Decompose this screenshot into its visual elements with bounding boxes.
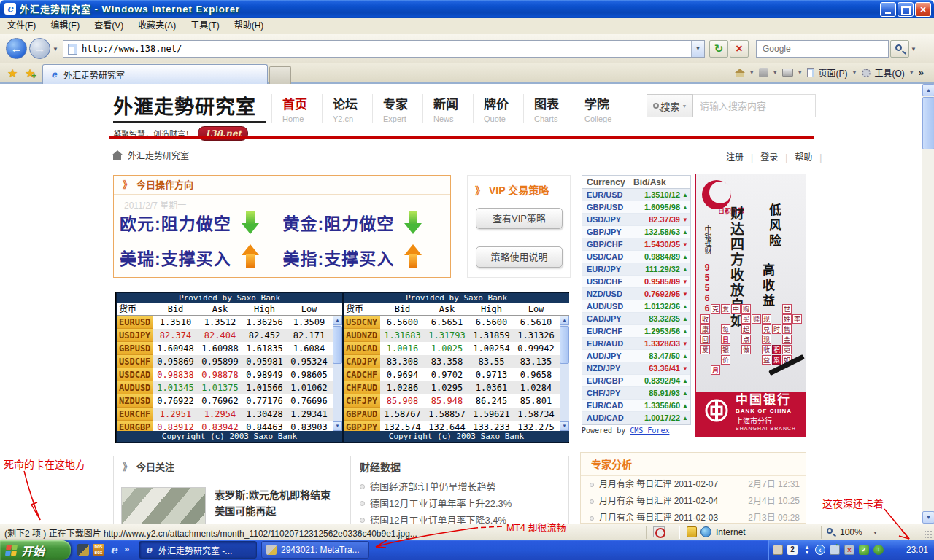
site-search-button[interactable]: 搜索 ▼ — [647, 94, 693, 117]
input-method-icon[interactable]: 2 — [787, 545, 798, 555]
scroll-down-icon[interactable]: ▼ — [922, 511, 934, 524]
quicklaunch-ie-icon[interactable]: e — [108, 544, 120, 556]
cms-forex-link[interactable]: CMS Forex — [630, 427, 669, 435]
saxo-scrollbar[interactable]: ▲ ▼ — [560, 316, 569, 431]
quicklaunch-chevron-icon[interactable]: » — [124, 543, 129, 554]
start-button[interactable]: 开始 — [0, 540, 71, 560]
maximize-button[interactable] — [898, 2, 914, 17]
new-tab-stub[interactable] — [269, 66, 291, 84]
arrow-marker-icon: 》 — [475, 184, 485, 196]
site-logo[interactable]: 外滙走勢研究室 凝聚智慧，创造财富！ 138.net — [113, 91, 266, 141]
search-go-button[interactable] — [890, 40, 909, 58]
keyboard-layout-icon[interactable] — [773, 545, 783, 555]
taskbar-clock[interactable]: 23:01 — [906, 540, 928, 560]
site-nav-item[interactable]: 牌价 Quote — [473, 94, 523, 123]
history-dropdown-icon[interactable]: ▼ — [53, 46, 58, 52]
site-nav-item[interactable]: 论坛 Y2.cn — [322, 94, 372, 123]
feeds-dropdown-icon[interactable]: ▼ — [773, 70, 778, 75]
taskbar-task-button[interactable]: 外汇走势研究室 -... — [139, 541, 257, 559]
favorites-star-icon[interactable]: ★ — [7, 66, 18, 80]
ad-grid-cell: 率 — [792, 314, 802, 324]
overflow-chevron-icon[interactable]: » — [919, 67, 924, 78]
site-nav-item[interactable]: 首页 Home — [271, 94, 322, 123]
gear-icon[interactable] — [862, 69, 871, 77]
home-dropdown-icon[interactable]: ▼ — [749, 70, 754, 75]
site-nav-item[interactable]: 图表 Charts — [523, 94, 574, 123]
bank-of-china-ad[interactable]: 日积月累 财达四方收放自如 低风险 高收益 中银理财 95566 克爱中购买起点… — [695, 174, 806, 438]
menu-item[interactable]: 收藏夹(A) — [131, 18, 183, 34]
site-search-input[interactable] — [693, 94, 816, 117]
tools-dropdown-icon[interactable]: ▼ — [909, 70, 914, 75]
expert-analysis-item[interactable]: 月月有余 每日汇评 2011-02-03 2月3日 09:28 — [581, 510, 806, 524]
focus-panel-header: 》今日关注 — [114, 456, 339, 478]
print-dropdown-icon[interactable]: ▼ — [798, 70, 803, 75]
saxo-low: 1.3509 — [287, 316, 331, 329]
trend-arrow-icon — [680, 415, 690, 421]
view-vip-strategy-button[interactable]: 查看VIP策略 — [476, 208, 563, 229]
taskbar-task-button[interactable]: 2943021: MetaTra... — [261, 541, 369, 559]
quote-row: USD/JPY 82.37/39 — [582, 214, 690, 226]
menu-item[interactable]: 编辑(E) — [43, 18, 87, 34]
minimize-button[interactable] — [880, 2, 896, 17]
zoom-dropdown-icon[interactable]: ▼ — [873, 530, 878, 535]
site-nav-item[interactable]: 新闻 News — [422, 94, 473, 123]
google-search-input[interactable] — [757, 41, 888, 57]
site-nav-item[interactable]: 学院 College — [574, 94, 624, 123]
feeds-icon[interactable] — [759, 68, 768, 77]
menu-item[interactable]: 工具(T) — [183, 18, 226, 34]
scroll-down-icon[interactable]: ▼ — [560, 421, 569, 431]
search-options-dropdown-icon[interactable]: ▼ — [911, 46, 916, 52]
page-dropdown-icon[interactable]: ▼ — [852, 70, 857, 75]
financial-data-item[interactable]: 德国经济部:订单仍呈增长趋势 — [351, 478, 568, 495]
menu-item[interactable]: 帮助(H) — [227, 18, 271, 34]
scroll-thumb[interactable] — [922, 97, 934, 149]
zoom-level[interactable]: 100% — [840, 527, 862, 537]
scroll-thumb[interactable] — [333, 326, 342, 364]
user-link[interactable]: 帮助 — [787, 152, 819, 163]
scroll-down-icon[interactable]: ▼ — [333, 421, 342, 431]
add-favorite-icon[interactable]: ★+ — [25, 66, 35, 80]
wireless-network-icon[interactable] — [830, 545, 840, 555]
tools-menu-label[interactable]: 工具(O) — [875, 66, 905, 79]
address-dropdown-icon[interactable]: ▼ — [691, 41, 704, 57]
taskbar: 开始 DOS BOX e » 外汇走势研究室 -... 2943021: Met… — [0, 540, 934, 560]
forward-button[interactable]: → — [29, 38, 50, 59]
user-link[interactable]: 注册 — [719, 152, 751, 163]
tab-active[interactable]: 外汇走势研究室 — [42, 64, 268, 84]
hide-icons-chevron-icon[interactable]: ‹ — [815, 545, 825, 555]
restore-arrows-icon[interactable]: ▴▾ — [802, 545, 812, 555]
scroll-up-icon[interactable]: ▲ — [333, 316, 342, 325]
expert-analysis-item[interactable]: 月月有余 每日汇评 2011-02-07 2月7日 12:31 — [581, 476, 806, 493]
news-thumbnail-image[interactable] — [121, 487, 206, 524]
home-icon[interactable] — [735, 69, 745, 77]
expert-analysis-item[interactable]: 月月有余 每日汇评 2011-02-04 2月4日 10:25 — [581, 493, 806, 510]
home-icon[interactable] — [112, 150, 123, 160]
page-scrollbar[interactable]: ▲ ▼ — [922, 84, 934, 524]
menu-item[interactable]: 查看(V) — [87, 18, 131, 34]
address-input[interactable] — [82, 44, 691, 54]
saxo-low: 1.0284 — [514, 381, 558, 394]
strategy-help-button[interactable]: 策略使用说明 — [476, 246, 563, 268]
scroll-up-icon[interactable]: ▲ — [560, 316, 569, 325]
financial-data-item[interactable]: 德国12月工业订单年率上升22.3% — [351, 495, 568, 512]
scroll-up-icon[interactable]: ▲ — [922, 84, 934, 96]
page-menu-label[interactable]: 页面(P) — [819, 66, 848, 79]
news-headline[interactable]: 索罗斯:欧元危机即将结束美国可能再起 — [215, 487, 333, 524]
site-nav-item[interactable]: 专家 Expert — [372, 94, 422, 123]
security-shield-icon[interactable]: ✓ — [859, 545, 869, 555]
scroll-thumb[interactable] — [560, 326, 569, 364]
quote-value: 0.9884/89 — [629, 252, 680, 261]
back-button[interactable]: ← — [6, 38, 27, 59]
quicklaunch-metatrader-icon[interactable] — [77, 544, 89, 556]
refresh-button[interactable]: ↻ — [709, 40, 728, 58]
user-link[interactable]: 登录 — [753, 152, 785, 163]
menu-item[interactable]: 文件(F) — [0, 18, 43, 34]
print-icon[interactable] — [782, 69, 793, 77]
page-menu-icon[interactable] — [807, 68, 814, 77]
network-disconnected-icon[interactable]: × — [844, 545, 854, 555]
update-icon[interactable]: ↓ — [873, 545, 884, 555]
quicklaunch-dosbox-icon[interactable]: DOS BOX — [93, 544, 104, 556]
close-button[interactable]: × — [915, 2, 931, 17]
saxo-scrollbar[interactable]: ▲ ▼ — [333, 316, 342, 431]
stop-button[interactable]: × — [730, 40, 749, 58]
